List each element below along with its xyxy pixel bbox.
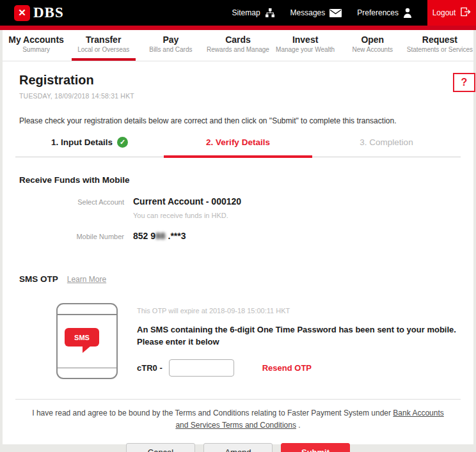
logout-button-label: Logout xyxy=(432,8,456,17)
mobile-number-value: 852 988 .***3 xyxy=(133,231,186,241)
select-account-value: Current Account - 000120 xyxy=(133,196,241,207)
learn-more-link[interactable]: Learn More xyxy=(67,275,106,284)
terms-text: I have read and agree to be bound by the… xyxy=(27,407,449,431)
nav-subtitle: Local or Overseas xyxy=(70,46,137,53)
topbar-links: Sitemap Messages Preferences Logout xyxy=(232,0,476,26)
step-label: 2. Verify Details xyxy=(206,137,270,147)
sitemap-link[interactable]: Sitemap xyxy=(232,8,275,18)
amend-button[interactable]: Amend xyxy=(203,443,273,452)
preferences-link[interactable]: Preferences xyxy=(357,8,412,18)
page-timestamp: TUESDAY, 18/09/2018 14:58:31 HKT xyxy=(19,92,461,100)
nav-subtitle: Rewards and Manage xyxy=(204,46,271,53)
mobile-suffix: .***3 xyxy=(166,231,186,241)
page-title: Registration xyxy=(19,73,461,88)
logout-button[interactable]: Logout xyxy=(427,0,476,26)
sitemap-link-label: Sitemap xyxy=(232,8,260,17)
action-buttons: Cancel Amend Submit xyxy=(15,443,461,452)
instruction-text: Please check your registration details b… xyxy=(19,116,461,125)
step-label: 3. Completion xyxy=(360,137,413,147)
content: Registration TUESDAY, 18/09/2018 14:58:3… xyxy=(3,73,473,452)
otp-input-row: cTR0 - Resend OTP xyxy=(137,359,456,377)
otp-message: An SMS containing the 6-digit One Time P… xyxy=(137,324,456,348)
sms-otp-header: SMS OTP Learn More xyxy=(19,274,461,284)
submit-button[interactable]: Submit xyxy=(281,443,350,452)
dbs-logo-mark-icon: ✕ xyxy=(14,5,30,21)
dbs-logo[interactable]: ✕ DBS xyxy=(14,4,64,21)
step-completion: 3. Completion xyxy=(312,137,461,148)
otp-expiry-text: This OTP will expire at 2018-09-18 15:00… xyxy=(137,307,456,315)
mobile-prefix: 852 9 xyxy=(133,231,155,241)
nav-item-invest[interactable]: Invest Manage your Wealth xyxy=(272,30,339,61)
step-track-active xyxy=(164,155,312,158)
nav-title: Request xyxy=(406,35,473,45)
nav-item-open[interactable]: Open New Accounts xyxy=(339,30,406,61)
nav-item-cards[interactable]: Cards Rewards and Manage xyxy=(204,30,271,61)
help-button[interactable]: ? xyxy=(453,73,475,92)
otp-prefix-label: cTR0 - xyxy=(137,363,163,373)
nav-item-transfer[interactable]: Transfer Local or Overseas xyxy=(70,30,137,61)
terms-statement: I have read and agree to be bound by the… xyxy=(32,409,393,417)
otp-detail: This OTP will expire at 2018-09-18 15:00… xyxy=(137,303,456,379)
logout-icon xyxy=(460,7,471,19)
main-nav: My Accounts Summary Transfer Local or Ov… xyxy=(3,30,473,61)
nav-item-request[interactable]: Request Statements or Services xyxy=(406,30,473,61)
resend-otp-link[interactable]: Resend OTP xyxy=(262,363,312,373)
nav-title: Cards xyxy=(204,35,271,45)
otp-input[interactable] xyxy=(169,359,234,377)
messages-link[interactable]: Messages xyxy=(290,8,342,17)
sms-bubble-label: SMS xyxy=(74,334,90,341)
section-divider xyxy=(15,399,461,400)
select-account-row: Select Account Current Account - 000120 xyxy=(15,196,461,207)
sms-otp-heading: SMS OTP xyxy=(19,274,58,284)
check-icon: ✓ xyxy=(117,137,128,148)
select-account-label: Select Account xyxy=(15,198,124,206)
step-input-details: 1. Input Details ✓ xyxy=(15,137,164,148)
phone-sms-icon: SMS xyxy=(56,303,118,379)
nav-subtitle: Summary xyxy=(3,46,70,53)
preferences-link-label: Preferences xyxy=(357,8,399,17)
mobile-masked-digits: 88 xyxy=(155,231,166,241)
phone-bottom-line xyxy=(58,368,116,369)
nav-item-pay[interactable]: Pay Bills and Cards xyxy=(137,30,204,61)
nav-title: My Accounts xyxy=(3,35,70,45)
section-heading-receive-funds: Receive Funds with Mobile xyxy=(19,175,461,185)
sms-bubble-icon: SMS xyxy=(65,328,99,347)
step-label: 1. Input Details xyxy=(51,137,113,147)
otp-message-line2: Please enter it below xyxy=(137,336,456,348)
envelope-icon xyxy=(329,9,342,17)
progress-steps: 1. Input Details ✓ 2. Verify Details 3. … xyxy=(15,137,461,157)
nav-subtitle: Manage your Wealth xyxy=(272,46,339,53)
brand-red-strip xyxy=(0,26,476,30)
mobile-number-label: Mobile Number xyxy=(15,233,124,240)
sms-bubble-tail xyxy=(83,346,91,353)
cancel-button[interactable]: Cancel xyxy=(126,443,195,452)
person-icon xyxy=(403,8,412,18)
dbs-logo-text: DBS xyxy=(33,4,64,21)
page-panel: My Accounts Summary Transfer Local or Ov… xyxy=(3,30,473,444)
nav-title: Open xyxy=(339,35,406,45)
nav-subtitle: Bills and Cards xyxy=(137,46,204,53)
step-verify-details: 2. Verify Details xyxy=(164,137,312,148)
active-nav-underline xyxy=(72,58,136,61)
nav-title: Transfer xyxy=(70,35,137,45)
nav-item-my-accounts[interactable]: My Accounts Summary xyxy=(3,30,70,61)
top-bar: ✕ DBS Sitemap Messages Preferences Logou… xyxy=(0,0,476,26)
messages-link-label: Messages xyxy=(290,8,326,17)
otp-message-line1: An SMS containing the 6-digit One Time P… xyxy=(137,324,456,336)
mobile-number-row: Mobile Number 852 988 .***3 xyxy=(15,231,461,241)
terms-suffix: . xyxy=(296,421,301,430)
nav-title: Invest xyxy=(272,35,339,45)
nav-subtitle: New Accounts xyxy=(339,46,406,53)
nav-subtitle: Statements or Services xyxy=(406,46,473,53)
phone-top-line xyxy=(58,314,116,315)
sms-otp-body: SMS This OTP will expire at 2018-09-18 1… xyxy=(56,303,461,379)
sitemap-icon xyxy=(265,8,275,18)
account-note: You can receive funds in HKD. xyxy=(15,212,461,219)
nav-title: Pay xyxy=(137,35,204,45)
